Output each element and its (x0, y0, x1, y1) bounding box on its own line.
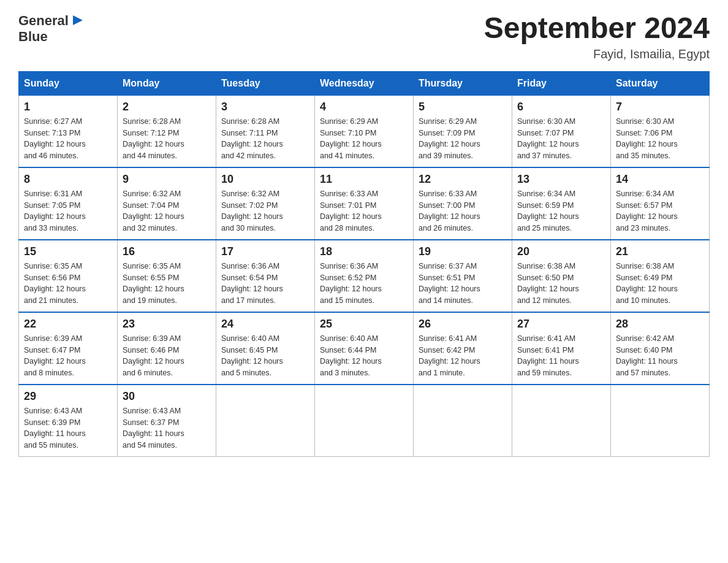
table-row: 22Sunrise: 6:39 AMSunset: 6:47 PMDayligh… (19, 312, 118, 385)
page-header: General Blue September 2024 Fayid, Ismai… (18, 12, 710, 61)
day-info: Sunrise: 6:35 AMSunset: 6:56 PMDaylight:… (24, 261, 112, 307)
table-row: 19Sunrise: 6:37 AMSunset: 6:51 PMDayligh… (414, 240, 512, 312)
day-info: Sunrise: 6:31 AMSunset: 7:05 PMDaylight:… (24, 188, 112, 234)
logo-arrow-icon (70, 13, 84, 27)
calendar-row: 29Sunrise: 6:43 AMSunset: 6:39 PMDayligh… (19, 385, 710, 457)
title-area: September 2024 Fayid, Ismailia, Egypt (484, 12, 710, 61)
day-info: Sunrise: 6:33 AMSunset: 7:01 PMDaylight:… (320, 188, 408, 234)
logo-text-general: General (18, 13, 69, 28)
day-number: 4 (320, 101, 408, 113)
header-tuesday: Tuesday (216, 71, 315, 95)
table-row: 9Sunrise: 6:32 AMSunset: 7:04 PMDaylight… (118, 167, 216, 240)
day-info: Sunrise: 6:43 AMSunset: 6:37 PMDaylight:… (123, 405, 211, 451)
calendar-row: 22Sunrise: 6:39 AMSunset: 6:47 PMDayligh… (19, 312, 710, 385)
table-row: 23Sunrise: 6:39 AMSunset: 6:46 PMDayligh… (118, 312, 216, 385)
day-number: 16 (123, 245, 211, 258)
table-row: 24Sunrise: 6:40 AMSunset: 6:45 PMDayligh… (216, 312, 315, 385)
table-row: 14Sunrise: 6:34 AMSunset: 6:57 PMDayligh… (611, 167, 710, 240)
day-number: 13 (517, 173, 605, 186)
day-info: Sunrise: 6:36 AMSunset: 6:52 PMDaylight:… (320, 261, 408, 307)
day-number: 1 (24, 101, 112, 113)
svg-marker-0 (73, 15, 83, 25)
logo-text-blue: Blue (18, 29, 48, 44)
day-number: 24 (221, 318, 309, 331)
table-row: 8Sunrise: 6:31 AMSunset: 7:05 PMDaylight… (19, 167, 118, 240)
day-info: Sunrise: 6:39 AMSunset: 6:47 PMDaylight:… (24, 333, 112, 379)
day-number: 14 (616, 173, 704, 186)
table-row: 16Sunrise: 6:35 AMSunset: 6:55 PMDayligh… (118, 240, 216, 312)
day-number: 8 (24, 173, 112, 186)
day-info: Sunrise: 6:41 AMSunset: 6:42 PMDaylight:… (419, 333, 507, 379)
table-row: 11Sunrise: 6:33 AMSunset: 7:01 PMDayligh… (315, 167, 414, 240)
table-row: 15Sunrise: 6:35 AMSunset: 6:56 PMDayligh… (19, 240, 118, 312)
table-row: 13Sunrise: 6:34 AMSunset: 6:59 PMDayligh… (512, 167, 611, 240)
day-info: Sunrise: 6:28 AMSunset: 7:12 PMDaylight:… (123, 116, 211, 162)
header-monday: Monday (118, 71, 216, 95)
table-row: 12Sunrise: 6:33 AMSunset: 7:00 PMDayligh… (414, 167, 512, 240)
day-info: Sunrise: 6:40 AMSunset: 6:45 PMDaylight:… (221, 333, 309, 379)
day-number: 27 (517, 318, 605, 331)
calendar-title: September 2024 (484, 12, 710, 45)
day-number: 9 (123, 173, 211, 186)
day-info: Sunrise: 6:38 AMSunset: 6:50 PMDaylight:… (517, 261, 605, 307)
table-row (611, 385, 710, 457)
header-thursday: Thursday (414, 71, 512, 95)
table-row: 1Sunrise: 6:27 AMSunset: 7:13 PMDaylight… (19, 95, 118, 167)
calendar-row: 1Sunrise: 6:27 AMSunset: 7:13 PMDaylight… (19, 95, 710, 167)
day-number: 26 (419, 318, 507, 331)
day-info: Sunrise: 6:27 AMSunset: 7:13 PMDaylight:… (24, 116, 112, 162)
header-sunday: Sunday (19, 71, 118, 95)
calendar-subtitle: Fayid, Ismailia, Egypt (484, 47, 710, 61)
day-number: 12 (419, 173, 507, 186)
day-number: 11 (320, 173, 408, 186)
day-info: Sunrise: 6:35 AMSunset: 6:55 PMDaylight:… (123, 261, 211, 307)
day-info: Sunrise: 6:41 AMSunset: 6:41 PMDaylight:… (517, 333, 605, 379)
day-number: 21 (616, 245, 704, 258)
day-info: Sunrise: 6:34 AMSunset: 6:59 PMDaylight:… (517, 188, 605, 234)
table-row (216, 385, 315, 457)
day-number: 10 (221, 173, 309, 186)
day-number: 7 (616, 101, 704, 113)
day-number: 19 (419, 245, 507, 258)
table-row: 30Sunrise: 6:43 AMSunset: 6:37 PMDayligh… (118, 385, 216, 457)
day-info: Sunrise: 6:40 AMSunset: 6:44 PMDaylight:… (320, 333, 408, 379)
day-info: Sunrise: 6:30 AMSunset: 7:06 PMDaylight:… (616, 116, 704, 162)
day-info: Sunrise: 6:39 AMSunset: 6:46 PMDaylight:… (123, 333, 211, 379)
table-row: 28Sunrise: 6:42 AMSunset: 6:40 PMDayligh… (611, 312, 710, 385)
header-wednesday: Wednesday (315, 71, 414, 95)
day-number: 20 (517, 245, 605, 258)
day-info: Sunrise: 6:29 AMSunset: 7:09 PMDaylight:… (419, 116, 507, 162)
day-info: Sunrise: 6:37 AMSunset: 6:51 PMDaylight:… (419, 261, 507, 307)
day-number: 17 (221, 245, 309, 258)
day-number: 28 (616, 318, 704, 331)
header-friday: Friday (512, 71, 611, 95)
table-row: 6Sunrise: 6:30 AMSunset: 7:07 PMDaylight… (512, 95, 611, 167)
weekday-header-row: Sunday Monday Tuesday Wednesday Thursday… (19, 71, 710, 95)
day-number: 15 (24, 245, 112, 258)
table-row: 20Sunrise: 6:38 AMSunset: 6:50 PMDayligh… (512, 240, 611, 312)
day-number: 6 (517, 101, 605, 113)
day-info: Sunrise: 6:30 AMSunset: 7:07 PMDaylight:… (517, 116, 605, 162)
table-row (414, 385, 512, 457)
day-info: Sunrise: 6:33 AMSunset: 7:00 PMDaylight:… (419, 188, 507, 234)
day-info: Sunrise: 6:28 AMSunset: 7:11 PMDaylight:… (221, 116, 309, 162)
table-row: 4Sunrise: 6:29 AMSunset: 7:10 PMDaylight… (315, 95, 414, 167)
table-row: 25Sunrise: 6:40 AMSunset: 6:44 PMDayligh… (315, 312, 414, 385)
day-info: Sunrise: 6:38 AMSunset: 6:49 PMDaylight:… (616, 261, 704, 307)
table-row: 26Sunrise: 6:41 AMSunset: 6:42 PMDayligh… (414, 312, 512, 385)
table-row: 5Sunrise: 6:29 AMSunset: 7:09 PMDaylight… (414, 95, 512, 167)
day-info: Sunrise: 6:32 AMSunset: 7:02 PMDaylight:… (221, 188, 309, 234)
table-row: 21Sunrise: 6:38 AMSunset: 6:49 PMDayligh… (611, 240, 710, 312)
calendar-row: 15Sunrise: 6:35 AMSunset: 6:56 PMDayligh… (19, 240, 710, 312)
header-saturday: Saturday (611, 71, 710, 95)
day-info: Sunrise: 6:42 AMSunset: 6:40 PMDaylight:… (616, 333, 704, 379)
day-number: 23 (123, 318, 211, 331)
day-number: 22 (24, 318, 112, 331)
table-row: 18Sunrise: 6:36 AMSunset: 6:52 PMDayligh… (315, 240, 414, 312)
day-number: 18 (320, 245, 408, 258)
day-number: 3 (221, 101, 309, 113)
day-number: 2 (123, 101, 211, 113)
table-row: 7Sunrise: 6:30 AMSunset: 7:06 PMDaylight… (611, 95, 710, 167)
day-number: 29 (24, 390, 112, 403)
table-row: 2Sunrise: 6:28 AMSunset: 7:12 PMDaylight… (118, 95, 216, 167)
